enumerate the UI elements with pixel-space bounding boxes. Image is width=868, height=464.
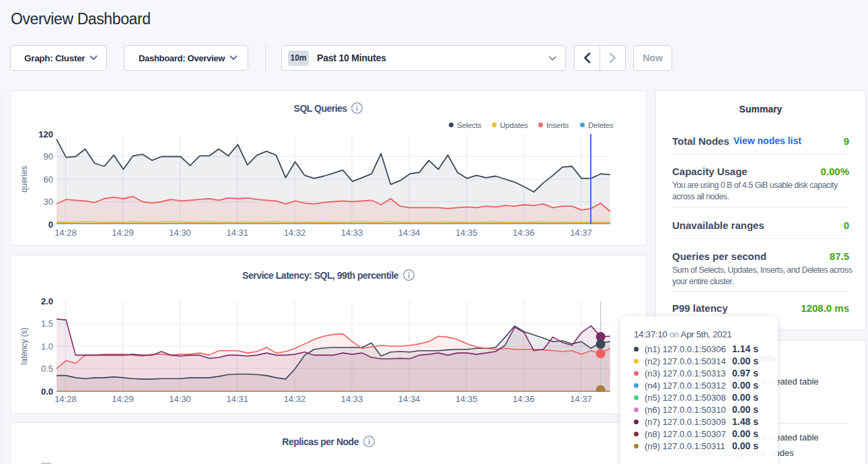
svg-text:14:33: 14:33	[341, 394, 363, 404]
svg-text:0: 0	[48, 220, 53, 230]
svg-text:30: 30	[44, 197, 53, 207]
svg-text:14:36: 14:36	[513, 228, 535, 238]
svg-text:90: 90	[44, 152, 53, 162]
svg-text:14:35: 14:35	[456, 394, 478, 404]
svg-text:14:37: 14:37	[570, 228, 592, 238]
svg-text:14:32: 14:32	[284, 228, 306, 238]
svg-text:120: 120	[38, 129, 53, 139]
svg-text:14:37: 14:37	[570, 394, 592, 404]
svg-text:14:29: 14:29	[112, 228, 134, 238]
svg-text:0.5: 0.5	[41, 364, 53, 374]
svg-text:14:33: 14:33	[341, 228, 363, 238]
svg-text:0.0: 0.0	[41, 387, 53, 397]
svg-text:14:36: 14:36	[513, 394, 535, 404]
svg-text:14:31: 14:31	[226, 228, 248, 238]
svg-text:14:28: 14:28	[55, 228, 77, 238]
svg-text:14:35: 14:35	[456, 228, 478, 238]
svg-text:1.0: 1.0	[41, 341, 53, 352]
svg-text:60: 60	[44, 174, 53, 185]
svg-text:latency (s): latency (s)	[20, 327, 29, 364]
svg-text:14:34: 14:34	[398, 394, 421, 404]
svg-text:1.5: 1.5	[41, 319, 53, 329]
svg-text:14:30: 14:30	[169, 394, 191, 404]
svg-text:14:28: 14:28	[55, 394, 77, 404]
svg-text:14:29: 14:29	[112, 394, 134, 404]
svg-text:14:31: 14:31	[226, 394, 248, 404]
svg-text:14:32: 14:32	[284, 394, 306, 404]
svg-text:2.0: 2.0	[41, 296, 53, 306]
svg-text:14:34: 14:34	[398, 228, 421, 238]
svg-text:queries: queries	[20, 166, 29, 192]
svg-text:14:30: 14:30	[169, 228, 191, 238]
